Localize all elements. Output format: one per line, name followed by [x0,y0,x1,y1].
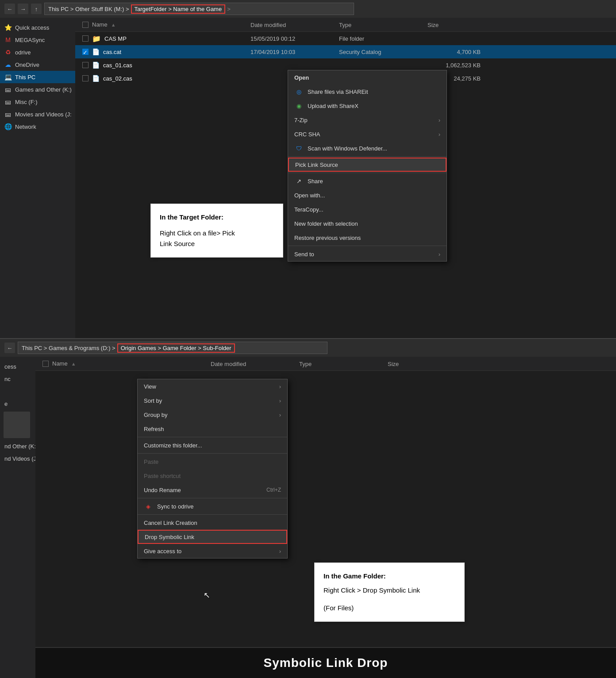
cm2-give-access[interactable]: Give access to › [138,544,287,558]
col-size-label: Size [388,361,399,367]
cm-shareit-label: Share files via SHAREit [308,89,440,95]
sidebar-label: odrive [15,49,31,56]
cm2-refresh[interactable]: Refresh [138,422,287,436]
forward-button[interactable]: → [18,4,28,14]
folder-icon: 📁 [92,35,101,43]
back-button[interactable]: ← [4,343,15,353]
bottom-annotation-box: In the Game Folder: Right Click > Drop S… [314,562,465,622]
cm-open-with[interactable]: Open with... [288,188,447,202]
sidebar-item-videos-j[interactable]: nd Videos (J: [0,452,35,465]
sidebar-item-megasync[interactable]: M MEGASync [0,34,75,46]
cm-share[interactable]: ↗ Share [288,174,447,188]
cm2-drop-symbolic-link[interactable]: Drop Symbolic Link [138,530,287,544]
addr-highlighted: TargetFolder > Name of the Game [131,4,226,14]
file-name: cas_01.cas [103,62,132,69]
sidebar-label: nd Other (K:) [4,443,35,450]
row-checkbox[interactable] [82,35,89,42]
drive-icon: 🖴 [4,111,12,118]
separator [138,453,287,454]
sidebar-label: e [4,401,8,407]
table-row[interactable]: 📁 CAS MP 15/05/2019 00:12 File folder [75,32,616,45]
cm-pick-link-label: Pick Link Source [295,162,439,168]
cm2-view-label: View [144,383,275,390]
up-button[interactable]: ↑ [31,4,42,14]
cm2-sync-odrive[interactable]: ◈ Sync to odrive [138,499,287,513]
col-size-label: Size [427,22,439,28]
cm2-cancel-link[interactable]: Cancel Link Creation [138,516,287,530]
cm-defender[interactable]: 🛡 Scan with Windows Defender... [288,141,447,155]
top-address-path[interactable]: This PC > Other Stuff BK (M:) > TargetFo… [44,3,354,15]
cm-teracopy[interactable]: TeraCopy... [288,202,447,216]
arrow-icon: › [439,131,440,138]
sidebar-item-movies-j[interactable]: 🖴 Movies and Videos (J: [0,108,75,120]
sidebar-item-blank1[interactable] [0,385,35,397]
shareit-icon: ◎ [294,87,303,96]
addr-prefix: This PC > Games & Programs (D:) > [22,345,116,351]
sidebar-item-access[interactable]: cess [0,360,35,373]
top-file-header: Name ▲ Date modified Type Size [75,18,616,32]
cm2-refresh-label: Refresh [144,426,281,432]
cm-send-to-label: Send to [294,251,434,258]
cm2-paste: Paste [138,455,287,469]
sidebar-label: MEGASync [15,37,45,43]
sidebar-item-this-pc[interactable]: 💻 This PC [0,71,75,83]
cm2-group[interactable]: Group by › [138,408,287,422]
shortcut-label: Ctrl+Z [266,487,281,493]
top-context-menu: Open ◎ Share files via SHAREit ◉ Upload … [288,70,447,262]
cm-crc[interactable]: CRC SHA › [288,127,447,141]
cm2-give-access-label: Give access to [144,548,275,555]
app-title-bar: Symbolic Link Drop [35,647,616,678]
sidebar-label: Quick access [15,24,49,31]
sidebar-item-e[interactable]: e [0,397,35,410]
cm2-view[interactable]: View › [138,379,287,393]
cm-sharex-label: Upload with ShareX [308,103,440,109]
back-button[interactable]: ← [4,4,15,14]
cm-send-to[interactable]: Send to › [288,247,447,261]
sidebar-item-games-k[interactable]: 🖴 Games and Other (K:) [0,83,75,96]
cm-7zip-label: 7-Zip [294,117,434,123]
row-checkbox[interactable]: ✓ [82,49,89,55]
sidebar-label: This PC [15,74,35,81]
table-row[interactable]: ✓ 📄 cas.cat 17/04/2019 10:03 Security Ca… [75,45,616,58]
sidebar-item-nc[interactable]: nc [0,373,35,385]
row-checkbox[interactable] [82,62,89,68]
cm2-undo-rename[interactable]: Undo Rename Ctrl+Z [138,483,287,497]
arrow-icon: › [279,412,281,418]
cm2-sort[interactable]: Sort by › [138,393,287,408]
sidebar-item-onedrive[interactable]: ☁ OneDrive [0,58,75,71]
sidebar-item-network[interactable]: 🌐 Network [0,120,75,133]
cm-open-with-label: Open with... [294,192,440,199]
annotation-line1: In the Target Folder: [160,212,274,223]
cm-sharex[interactable]: ◉ Upload with ShareX [288,99,447,113]
cm-pick-link-source[interactable]: Pick Link Source [288,158,447,172]
addr-highlighted2: Origin Games > Game Folder > Sub-Folder [117,343,235,353]
cm2-customize[interactable]: Customize this folder... [138,438,287,452]
top-annotation-box: In the Target Folder: Right Click on a f… [150,204,283,258]
cm2-undo-label: Undo Rename [144,487,262,493]
file-size: 1,062,523 KB [427,62,481,69]
row-checkbox[interactable] [82,75,89,81]
annotation-line2: Right Click on a file> Pick Link Source [160,228,274,249]
cm-new-folder[interactable]: New folder with selection [288,216,447,231]
cm-restore[interactable]: Restore previous versions [288,231,447,245]
bottom-explorer-layout: cess nc e nd Other (K:) nd Videos (J: [0,357,616,678]
sidebar-item-other-k[interactable]: nd Other (K:) [0,440,35,452]
cm-7zip[interactable]: 7-Zip › [288,113,447,127]
sidebar-item-misc-f[interactable]: 🖴 Misc (F:) [0,96,75,108]
arrow-icon: › [279,397,281,404]
bottom-address-path[interactable]: This PC > Games & Programs (D:) > Origin… [18,342,327,354]
computer-icon: 💻 [4,73,12,81]
top-file-area: Name ▲ Date modified Type Size 📁 C [75,18,616,338]
cm-shareit[interactable]: ◎ Share files via SHAREit [288,85,447,99]
cm-open[interactable]: Open [288,70,447,85]
top-explorer-layout: ⭐ Quick access M MEGASync ♻ odrive ☁ One… [0,18,616,338]
select-all-checkbox[interactable] [42,361,49,367]
sidebar-item-quick-access[interactable]: ⭐ Quick access [0,21,75,34]
select-all-checkbox[interactable] [82,22,89,28]
annotation-line4: (For Files) [323,603,455,613]
sidebar-item-odrive[interactable]: ♻ odrive [0,46,75,58]
share-icon: ↗ [294,177,303,185]
cloud-icon: M [4,36,12,43]
col-type-label: Type [339,22,351,28]
separator [288,173,447,173]
